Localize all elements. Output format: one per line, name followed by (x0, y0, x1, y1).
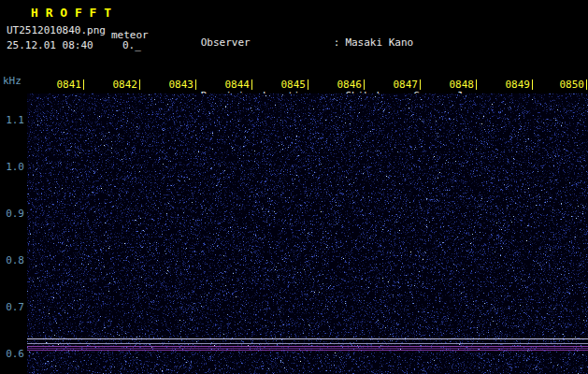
carrier-line-purple-mid (27, 350, 588, 351)
time-tick-mark (364, 79, 365, 90)
freq-tick-label: 0.9 (2, 208, 24, 220)
time-tick-label: 0842 (112, 79, 137, 91)
time-tick-label: 0850 (559, 79, 584, 91)
carrier-line-purple-bright (27, 346, 588, 347)
app-title: H R O F F T (31, 6, 111, 20)
carrier-line-purple-dim (27, 348, 588, 349)
info-label: Observer (201, 37, 334, 48)
timestamp: 25.12.01 08:40 (7, 39, 93, 51)
info-value: Masaki Kano (345, 36, 413, 49)
time-tick-label: 0848 (449, 79, 474, 91)
output-filename: UT2512010840.png (7, 24, 106, 36)
carrier-line-white-dim (27, 343, 588, 344)
time-tick-mark (420, 79, 421, 90)
hrofft-screen: H R O F F T UT2512010840.png meteor 25.1… (0, 0, 588, 374)
info-row-observer: Observer:Masaki Kano (164, 27, 538, 59)
info-separator: : (334, 37, 340, 48)
time-tick-label: 0849 (505, 79, 530, 91)
freq-unit-label: kHz (3, 75, 22, 87)
time-tick-label: 0844 (224, 79, 250, 91)
time-tick-mark (476, 79, 477, 90)
freq-tick-label: 0.8 (2, 254, 24, 266)
time-tick-label: 0846 (337, 79, 362, 91)
time-tick-mark (532, 79, 533, 90)
time-tick-mark (139, 79, 140, 90)
freq-tick-label: 1.0 (2, 161, 24, 173)
time-tick-label: 0845 (280, 79, 306, 91)
freq-tick-label: 0.6 (2, 348, 24, 360)
time-tick-mark (251, 79, 252, 90)
carrier-line-white-bright (27, 338, 588, 339)
freq-tick-label: 1.1 (2, 114, 24, 126)
counter: 0._ (122, 39, 141, 51)
spectrogram-noise-canvas (27, 94, 588, 374)
time-tick-mark (83, 79, 84, 90)
time-tick-label: 0841 (56, 79, 81, 91)
time-tick-mark (308, 79, 308, 90)
time-tick-label: 0843 (168, 79, 194, 91)
time-tick-mark (195, 79, 196, 90)
time-tick-label: 0847 (393, 79, 418, 91)
time-tick-mark (586, 79, 587, 90)
freq-tick-label: 0.7 (2, 301, 24, 313)
